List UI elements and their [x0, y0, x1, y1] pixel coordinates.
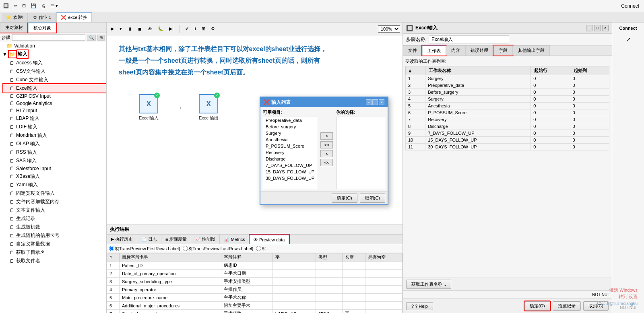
tree-item-validation[interactable]: 📁 Validation — [0, 42, 106, 49]
dialog-tab-error[interactable]: 错误处理 — [465, 45, 493, 56]
dialog-tab-worksheet[interactable]: 工作表 — [422, 45, 446, 56]
toolbar-btn-4[interactable]: 💾 — [29, 2, 38, 9]
tree-item-get-files[interactable]: 🗒 获取文件名 — [3, 257, 106, 265]
move-right-btn[interactable]: > — [320, 132, 333, 140]
maximize-btn[interactable]: □ — [594, 25, 601, 31]
tree-parent-input[interactable]: ▼ 📁 输入 — [0, 49, 106, 59]
available-list-item[interactable]: Surgery — [263, 130, 317, 136]
get-worksheets-btn[interactable]: 获取工作表名称... — [406, 280, 451, 289]
col-num: # — [107, 253, 120, 262]
tab-excel-transform[interactable]: ❌ excel转换 — [56, 12, 92, 22]
tree-item-random[interactable]: 🗒 生成随机数 — [3, 223, 106, 231]
debug-btn[interactable]: 🐛 — [156, 25, 165, 32]
results-tab-metrics[interactable]: ≡ 步骤度量 — [161, 235, 191, 244]
stop-btn[interactable]: ⏹ — [136, 26, 144, 32]
sidebar-tab-main[interactable]: 主对象树 — [0, 23, 28, 33]
help-btn[interactable]: ? ? Help — [406, 302, 433, 310]
tree-item-text-file[interactable]: 🗒 文本文件输入 — [3, 206, 106, 214]
available-list-item[interactable]: Before_surgery — [263, 124, 317, 130]
step-name-input[interactable] — [429, 35, 509, 43]
results-tab-history[interactable]: ▶ 执行历史 — [107, 235, 137, 244]
settings-btn[interactable]: ⚙ — [209, 25, 217, 32]
dialog-tab-other-fields[interactable]: 其他输出字段 — [513, 45, 550, 56]
tab-welcome[interactable]: ⭐ 欢迎! — [2, 13, 28, 22]
tree-item-google-analytics[interactable]: 🗒 Google Analytics — [3, 100, 106, 107]
float-minimize-btn[interactable]: − — [366, 99, 372, 105]
filter-first-rows[interactable]: ${TransPreview.FirstRows.Label} — [109, 246, 180, 251]
toolbar-btn-6[interactable]: ☰ ▾ — [49, 2, 60, 9]
minimize-btn[interactable]: − — [586, 25, 592, 31]
available-list-item[interactable]: P_POSSUM_Score — [263, 143, 317, 149]
flow-node-excel-output[interactable]: X ✓ Excel输出 — [199, 94, 219, 121]
tree-item-ldap[interactable]: 🗒 LDAP 输入 — [3, 114, 106, 123]
expand-right-btn[interactable]: ⤢ — [624, 35, 632, 43]
tree-item-fixed-width[interactable]: 🗒 固定宽度文件输入 — [3, 189, 106, 198]
available-list-item[interactable]: 7_DAYS_FOLLOW_UP — [263, 162, 317, 169]
dialog-tab-file[interactable]: 文件 — [403, 45, 422, 56]
toolbar-btn-1[interactable]: 🔲 — [2, 2, 10, 9]
flow-node-excel-input[interactable]: X ✓ Excel输入 — [139, 94, 159, 121]
toolbar-btn-2[interactable]: ✏ — [12, 2, 19, 9]
dialog-tab-content[interactable]: 内容 — [446, 45, 465, 56]
move-left-btn[interactable]: < — [320, 150, 333, 157]
align-btn[interactable]: ⊞ — [200, 25, 207, 32]
info-btn[interactable]: ℹ — [193, 25, 198, 32]
tree-item-credit-card[interactable]: 🗒 生成随机的信用卡号 — [3, 231, 106, 240]
toolbar-btn-3[interactable]: ⊞ — [21, 2, 27, 9]
ok-btn[interactable]: 确定(O) — [524, 301, 550, 311]
move-all-right-btn[interactable]: >> — [320, 141, 333, 148]
close-btn[interactable]: × — [602, 25, 609, 31]
move-all-left-btn[interactable]: << — [320, 159, 333, 166]
sidebar-tab-core[interactable]: 核心对象 — [28, 23, 56, 33]
tree-item-cube[interactable]: 🗒 Cube 文件输入 — [3, 76, 106, 84]
results-tab-log[interactable]: 📄 日志 — [137, 235, 161, 244]
dialog-tab-fields[interactable]: 字段 — [493, 45, 513, 56]
play-next-btn[interactable]: ▶| — [167, 25, 175, 32]
float-cancel-btn[interactable]: 取消(C) — [360, 194, 385, 203]
tree-item-xbase[interactable]: 🗒 XBase输入 — [3, 172, 106, 181]
zoom-select[interactable]: 100% 75% 50% 150% — [378, 25, 400, 33]
results-tab-preview[interactable]: 👁 Preview data — [250, 235, 289, 244]
tree-item-constant[interactable]: 🗒 自定义常量数据 — [3, 240, 106, 248]
tree-item-ldif[interactable]: 🗒 LDIF 输入 — [3, 123, 106, 131]
results-tab-perf[interactable]: 📈 性能图 — [191, 235, 220, 244]
float-maximize-btn[interactable]: □ — [372, 99, 378, 105]
tree-item-csv[interactable]: 🗒 CSV文件输入 — [3, 67, 106, 76]
available-list-item[interactable]: 15_DAYS_FOLLOW_UP — [263, 169, 317, 175]
tree-item-mondrian[interactable]: 🗒 Mondrian 输入 — [3, 131, 106, 140]
tree-item-get-dirs[interactable]: 🗒 获取子目录名 — [3, 248, 106, 257]
step-search-btn[interactable]: 🔍 — [87, 35, 96, 41]
toolbar-btn-5[interactable]: 🖨 — [39, 3, 47, 9]
available-list-item[interactable]: Anesthesia — [263, 136, 317, 143]
filter-last-rows[interactable]: ${TransPreview.LastRows.Label} — [183, 246, 254, 251]
preview-btn[interactable]: 👁 — [146, 26, 154, 32]
pause-btn[interactable]: ⏸ — [126, 26, 134, 32]
float-close-btn[interactable]: × — [379, 99, 384, 105]
step-toggle-btn[interactable]: ⊞ — [97, 35, 105, 41]
tree-item-salesforce[interactable]: 🗒 Salesforce Input — [3, 165, 106, 172]
available-list-item[interactable]: Recovery — [263, 149, 317, 156]
tree-item-sas[interactable]: 🗒 SAS 输入 — [3, 156, 106, 165]
tree-item-generate[interactable]: 🗒 生成记录 — [3, 214, 106, 223]
tree-item-access[interactable]: 🗒 Access 输入 — [3, 59, 106, 67]
search-input[interactable] — [12, 34, 85, 41]
col-type: 字 — [273, 253, 316, 262]
tree-item-hl7[interactable]: 🗒 HL7 Input — [3, 107, 106, 114]
filter-other[interactable]: ${... — [256, 246, 270, 251]
available-list-item[interactable]: Preoperative_data — [263, 117, 317, 124]
run-btn[interactable]: ▶ — [109, 25, 116, 32]
tree-item-olap[interactable]: 🗒 OLAP 输入 — [3, 140, 106, 148]
run-dropdown[interactable]: ▾ — [118, 25, 124, 32]
tree-item-file-content[interactable]: 🗒 文件内容加载至内存 — [3, 198, 106, 206]
tree-item-yaml[interactable]: 🗒 Yaml 输入 — [3, 181, 106, 189]
check-btn[interactable]: ✔ — [184, 25, 190, 32]
tree-item-gzip[interactable]: 🗒 GZIP CSV Input — [3, 93, 106, 100]
available-list-item[interactable]: 30_DAYS_FOLLOW_UP — [263, 175, 317, 181]
tree-item-rss[interactable]: 🗒 RSS 输入 — [3, 148, 106, 156]
available-list-item[interactable]: Discharge — [263, 156, 317, 162]
tab-job1[interactable]: ⚙ 作业 1 — [29, 13, 56, 22]
float-ok-btn[interactable]: 确定(O) — [332, 194, 357, 203]
preview-records-btn[interactable]: 预览记录 — [553, 301, 581, 311]
results-tab-metrics2[interactable]: 📊 Metrics — [220, 235, 249, 244]
tree-item-excel[interactable]: 🗒 Excel输入 — [3, 84, 106, 93]
